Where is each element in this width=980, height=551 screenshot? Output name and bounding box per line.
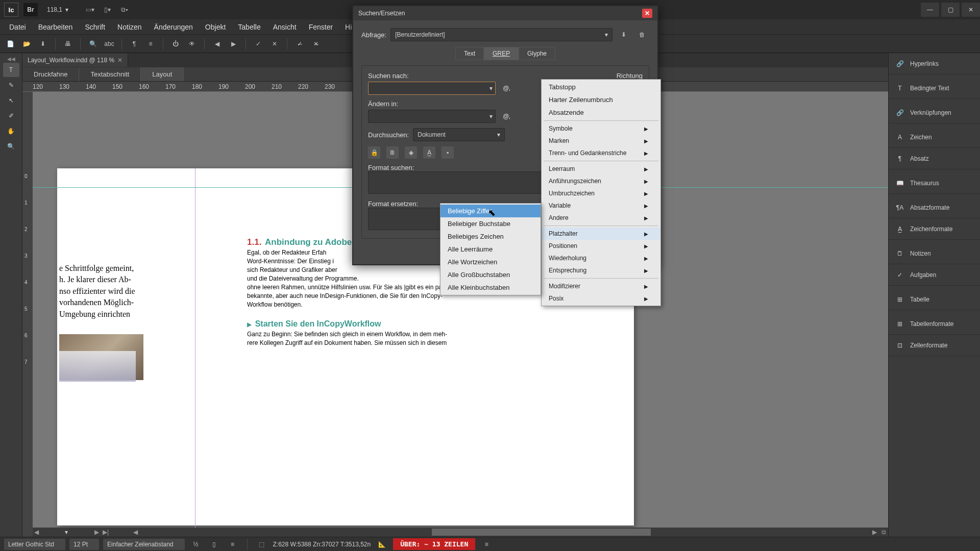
panel-hyperlinks[interactable]: 🔗Hyperlinks	[889, 53, 980, 74]
view-icon-3[interactable]: ⧉▾	[119, 5, 130, 15]
checkmark-icon[interactable]: ✓̶	[292, 37, 307, 51]
bridge-logo[interactable]: Br	[23, 3, 38, 16]
eyedropper-tool[interactable]: ✐	[3, 109, 19, 123]
close-tab-icon[interactable]: ✕	[117, 57, 122, 64]
dialog-close-button[interactable]: ✕	[642, 9, 652, 18]
panel-zeichenformate[interactable]: A̲Zeichenformate	[889, 218, 980, 240]
submenu-item[interactable]: Beliebiges Zeichen	[440, 230, 541, 243]
panel-tabellenformate[interactable]: ⊞Tabellenformate	[889, 313, 980, 335]
search-input[interactable]: ▾	[368, 82, 496, 95]
panel-aufgaben[interactable]: ✓Aufgaben	[889, 264, 980, 286]
panel-bedingter text[interactable]: TBedingter Text	[889, 78, 980, 99]
hand-tool[interactable]: ✋	[3, 124, 19, 138]
open-icon[interactable]: 📂	[19, 37, 34, 51]
menu-item[interactable]: Anführungszeichen▶	[542, 175, 660, 187]
menu-schrift[interactable]: Schrift	[79, 20, 111, 34]
menu-item[interactable]: Tabstopp	[542, 81, 660, 93]
panel-zeichen[interactable]: AZeichen	[889, 127, 980, 148]
menu-item[interactable]: Leerraum▶	[542, 163, 660, 175]
submenu-item[interactable]: Beliebige Ziffer	[440, 205, 541, 217]
x-icon[interactable]: ✕	[267, 37, 282, 51]
panel-notizen[interactable]: 🗒Notizen	[889, 243, 980, 264]
find-icon[interactable]: 🔍	[86, 37, 100, 51]
size-dropdown[interactable]: 12 Pt	[69, 539, 99, 550]
opt-master-icon[interactable]: A̲	[423, 146, 435, 159]
new-icon[interactable]: 📄	[3, 37, 17, 51]
view-tab-textabschnitt[interactable]: Textabschnitt	[79, 67, 141, 81]
panel-zellenformate[interactable]: ⊡Zellenformate	[889, 335, 980, 356]
text-tool[interactable]: T	[3, 63, 19, 77]
zoom-dropdown[interactable]: 118,1▾	[43, 4, 78, 15]
next-icon[interactable]: ▶	[226, 37, 240, 51]
minimize-button[interactable]: —	[921, 3, 939, 17]
menu-fenster[interactable]: Fenster	[303, 20, 339, 34]
menu-item[interactable]: Trenn- und Gedankenstriche▶	[542, 147, 660, 159]
view-tab-druckfahne[interactable]: Druckfahne	[22, 67, 79, 81]
close-button[interactable]: ✕	[962, 3, 980, 17]
maximize-button[interactable]: ▢	[941, 3, 960, 17]
menu-item[interactable]: Harter Zeilenumbruch	[542, 93, 660, 106]
opt-hidden-icon[interactable]: ▪	[442, 146, 454, 159]
menu-item[interactable]: Platzhalter▶	[542, 228, 660, 240]
dialog-tab-text[interactable]: Text	[455, 47, 484, 60]
scrollbar-horizontal[interactable]: |◀ ◀ ▾ ▶ ▶| ◀ ▶ ⧉	[22, 528, 888, 537]
menu-datei[interactable]: Datei	[3, 20, 32, 34]
menu-item[interactable]: Umbruchzeichen▶	[542, 187, 660, 199]
submenu-item[interactable]: Alle Wortzeichen	[440, 256, 541, 268]
prev-icon[interactable]: ◀	[210, 37, 224, 51]
dialog-titlebar[interactable]: Suchen/Ersetzen ✕	[353, 6, 657, 20]
power-icon[interactable]: ⏻	[168, 37, 183, 51]
next-page-icon[interactable]: ▶	[92, 528, 101, 537]
menu-notizen[interactable]: Notizen	[111, 20, 148, 34]
opt-locked-icon[interactable]: 🔒	[368, 146, 380, 159]
opt-stories-icon[interactable]: 🗎	[386, 146, 399, 159]
text-frame-left[interactable]: e Schrittfolge gemeint,h. Je klarer dies…	[59, 263, 146, 320]
menu-item[interactable]: Wiederholung▶	[542, 252, 660, 264]
menu-item[interactable]: Absatzende	[542, 106, 660, 119]
search-special-button[interactable]: @,	[500, 83, 514, 94]
list-icon[interactable]: ≡	[143, 37, 158, 51]
panel-verknüpfungen[interactable]: 🔗Verknüpfungen	[889, 102, 980, 123]
menu-icon[interactable]: ≡	[479, 537, 494, 552]
delete-query-icon[interactable]: 🗑	[635, 28, 649, 42]
menu-änderungen[interactable]: Änderungen	[148, 20, 199, 34]
query-dropdown[interactable]: [Benutzerdefiniert]▾	[390, 28, 612, 41]
menu-item[interactable]: Entsprechung▶	[542, 264, 660, 277]
view-tab-layout[interactable]: Layout	[141, 67, 184, 81]
opt-footnotes-icon[interactable]: ◈	[405, 146, 417, 159]
menu-item[interactable]: Variable▶	[542, 199, 660, 212]
menu-item[interactable]: Andere▶	[542, 212, 660, 224]
submenu-item[interactable]: Beliebiger Buchstabe	[440, 217, 541, 230]
load-query-icon[interactable]: ⬇	[617, 28, 631, 42]
align-1-icon[interactable]: ½	[189, 537, 203, 552]
view-icon-1[interactable]: ▭▾	[85, 5, 95, 15]
check-icon[interactable]: ✓	[251, 37, 265, 51]
panel-absatzformate[interactable]: ¶AAbsatzformate	[889, 197, 980, 218]
change-special-button[interactable]: @,	[500, 111, 514, 122]
document-tab[interactable]: Layout_Workflow.indd @ 118 %✕	[22, 54, 128, 67]
eye-icon[interactable]: 👁	[185, 37, 199, 51]
menu-tabelle[interactable]: Tabelle	[232, 20, 266, 34]
note-tool[interactable]: ✎	[3, 78, 19, 92]
view-icon-2[interactable]: ▯▾	[102, 5, 112, 15]
menu-item[interactable]: Marken▶	[542, 135, 660, 147]
position-tool[interactable]: ↖	[3, 93, 19, 108]
font-dropdown[interactable]: Letter Gothic Std	[4, 539, 65, 550]
menu-item[interactable]: Positionen▶	[542, 240, 660, 252]
menu-ansicht[interactable]: Ansicht	[267, 20, 303, 34]
panel-tabelle[interactable]: ⊞Tabelle	[889, 289, 980, 310]
align-3-icon[interactable]: ≡	[226, 537, 240, 552]
change-input[interactable]: ▾	[368, 110, 496, 123]
submenu-item[interactable]: Alle Leerräume	[440, 243, 541, 256]
menu-objekt[interactable]: Objekt	[199, 20, 232, 34]
panel-absatz[interactable]: ¶Absatz	[889, 148, 980, 169]
menu-bearbeiten[interactable]: Bearbeiten	[32, 20, 79, 34]
align-2-icon[interactable]: ▯	[207, 537, 222, 552]
leading-dropdown[interactable]: Einfacher Zeilenabstand	[103, 539, 184, 550]
panel-thesaurus[interactable]: 📖Thesaurus	[889, 172, 980, 194]
last-page-icon[interactable]: ▶|	[101, 528, 110, 537]
ruler-icon[interactable]: 📐	[375, 537, 389, 552]
menu-item[interactable]: Symbole▶	[542, 122, 660, 135]
pilcrow-icon[interactable]: ¶	[127, 37, 141, 51]
prev-page-icon[interactable]: ◀	[32, 528, 41, 537]
